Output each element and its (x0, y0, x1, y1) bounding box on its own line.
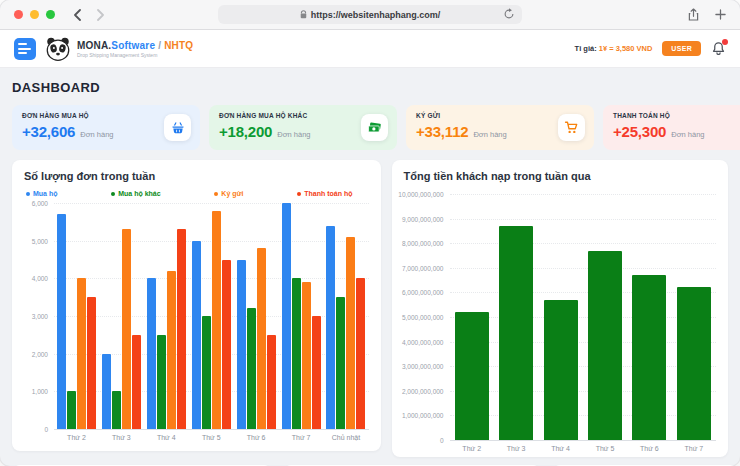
x-axis-label: Thứ 5 (583, 440, 627, 454)
back-button[interactable] (73, 9, 82, 21)
y-axis-tick: 4,000,000,000 (402, 338, 444, 345)
bars (279, 203, 324, 429)
bars (538, 194, 582, 440)
bar-group: Thứ 5 (189, 203, 234, 443)
bar (247, 308, 256, 429)
user-button[interactable]: USER (662, 41, 701, 56)
bar-group: Thứ 7 (279, 203, 324, 443)
address-bar[interactable]: https://websitenhaphang.com/ (218, 5, 522, 24)
bar-group: Thứ 3 (494, 194, 538, 454)
bar (157, 335, 166, 429)
reload-icon[interactable] (503, 8, 515, 20)
legend-dot (26, 192, 30, 196)
brand-tagline: Drop Shipping Management System (77, 52, 193, 58)
bar (544, 300, 578, 440)
legend-item[interactable]: Mua hộ khác (111, 190, 160, 197)
bar (677, 287, 711, 440)
bar (356, 278, 365, 429)
bar-group: Thứ 4 (538, 194, 582, 454)
stat-card-mua-ho-khac[interactable]: ĐƠN HÀNG MUA HỘ KHÁC +18,200 Đơn hàng (209, 105, 397, 150)
browser-window: https://websitenhaphang.com/ (0, 0, 740, 466)
url-text: https://websitenhaphang.com/ (311, 10, 441, 20)
y-axis-tick: 4,000 (32, 275, 48, 282)
y-axis: 6,0005,0004,0003,0002,0001,0000 (24, 203, 54, 429)
x-axis-label: Thứ 2 (54, 429, 99, 443)
stat-card-thanh-toan-ho[interactable]: THANH TOÁN HỘ +25,300 Đơn hàng (603, 105, 740, 150)
legend-item[interactable]: Ký gửi (214, 190, 243, 197)
y-axis-tick: 6,000 (32, 200, 48, 207)
window-controls (14, 10, 55, 19)
panda-logo-icon (45, 37, 71, 61)
legend-label: Thanh toán hộ (304, 190, 352, 197)
bar (177, 229, 186, 429)
y-axis-tick: 0 (440, 437, 444, 444)
legend-label: Ký gửi (221, 190, 243, 197)
stat-card-mua-ho[interactable]: ĐƠN HÀNG MUA HỘ +32,606 Đơn hàng (12, 105, 200, 150)
bar (222, 260, 231, 430)
browser-chrome: https://websitenhaphang.com/ (0, 0, 740, 30)
y-axis-tick: 8,000,000,000 (402, 240, 444, 247)
x-axis-label: Thứ 2 (450, 440, 494, 454)
orders-week-bar-chart: 6,0005,0004,0003,0002,0001,0000 Thứ 2Thứ… (24, 203, 369, 443)
x-axis-label: Thứ 3 (494, 440, 538, 454)
bar (326, 226, 335, 429)
stat-value: +25,300 (613, 123, 666, 140)
chart-legend: Mua hộMua hộ khácKý gửiThanh toán hộ (26, 190, 367, 197)
brand-title: MONA.Software / NHTQ (77, 40, 193, 51)
bar (147, 278, 156, 429)
brand: MONA.Software / NHTQ Drop Shipping Manag… (45, 37, 193, 61)
y-axis: 10,000,000,0009,000,000,0008,000,000,000… (404, 194, 450, 440)
chart-title: Số lượng đơn trong tuần (24, 170, 369, 182)
stat-unit: Đơn hàng (473, 130, 506, 139)
lock-icon (300, 10, 307, 19)
bar (57, 214, 66, 429)
zoom-window-button[interactable] (46, 10, 55, 19)
cart-icon (558, 114, 585, 141)
money-icon (361, 114, 388, 141)
stat-card-ky-gui[interactable]: KÝ GỬI +33,112 Đơn hàng (406, 105, 594, 150)
x-axis-label: Thứ 7 (279, 429, 324, 443)
y-axis-tick: 7,000,000,000 (402, 264, 444, 271)
bars (99, 203, 144, 429)
x-axis-label: Thứ 6 (627, 440, 671, 454)
notifications-button[interactable] (711, 41, 726, 56)
bar (346, 237, 355, 429)
legend-item[interactable]: Thanh toán hộ (297, 190, 352, 197)
legend-label: Mua hộ khác (118, 190, 160, 197)
bar (167, 271, 176, 429)
bar (237, 260, 246, 430)
basket-icon (164, 114, 191, 141)
bar (282, 203, 291, 429)
y-axis-tick: 1,000,000,000 (402, 412, 444, 419)
y-axis-tick: 6,000,000,000 (402, 289, 444, 296)
legend-item[interactable]: Mua hộ (26, 190, 58, 197)
y-axis-tick: 9,000,000,000 (402, 215, 444, 222)
new-tab-icon[interactable] (715, 9, 726, 20)
bar (302, 282, 311, 429)
bars (234, 203, 279, 429)
y-axis-tick: 1,000 (32, 388, 48, 395)
bar-group: Thứ 2 (450, 194, 494, 454)
minimize-window-button[interactable] (30, 10, 39, 19)
x-axis-label: Thứ 7 (672, 440, 716, 454)
y-axis-tick: 5,000 (32, 237, 48, 244)
menu-toggle-button[interactable] (14, 38, 36, 60)
legend-dot (111, 192, 115, 196)
stat-unit: Đơn hàng (671, 130, 704, 139)
dashboard-page: DASHBOARD ĐƠN HÀNG MUA HỘ +32,606 Đơn hà… (0, 68, 740, 466)
share-icon[interactable] (688, 8, 699, 21)
y-axis-tick: 2,000,000,000 (402, 387, 444, 394)
x-axis-label: Thứ 4 (144, 429, 189, 443)
bar-groups: Thứ 2Thứ 3Thứ 4Thứ 5Thứ 6Thứ 7Chủ nhật (54, 203, 369, 443)
bar (212, 211, 221, 429)
bars (189, 203, 234, 429)
forward-button[interactable] (96, 9, 105, 21)
close-window-button[interactable] (14, 10, 23, 19)
deposit-week-bar-chart: 10,000,000,0009,000,000,0008,000,000,000… (404, 194, 717, 454)
bar-group: Thứ 5 (583, 194, 627, 454)
stat-value: +18,200 (219, 123, 272, 140)
bar (588, 251, 622, 440)
notification-badge (722, 39, 728, 45)
y-axis-tick: 10,000,000,000 (398, 191, 443, 198)
screenshot-stage: https://websitenhaphang.com/ (0, 0, 740, 466)
